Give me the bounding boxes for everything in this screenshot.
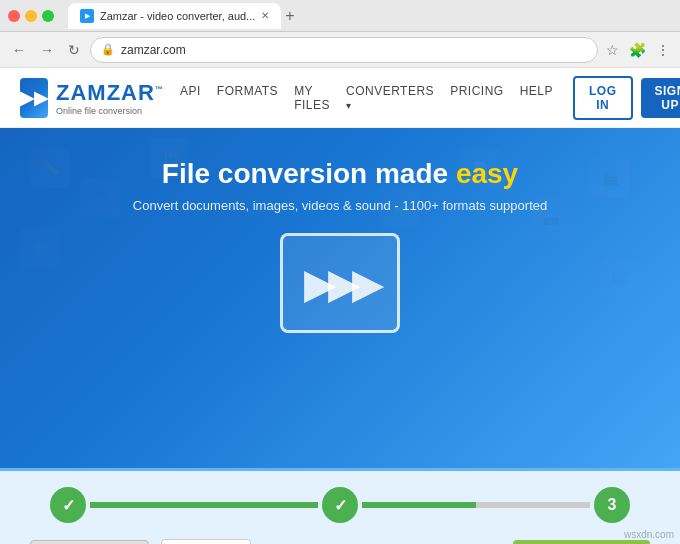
traffic-lights [8, 10, 54, 22]
nav-bar: ← → ↻ 🔒 zamzar.com ☆ 🧩 ⋮ [0, 32, 680, 68]
video-icon-box: ▶▶▶ [280, 233, 400, 333]
nav-links: API FORMATS MY FILES CONVERTERS PRICING … [180, 84, 553, 112]
step-1-circle: ✓ [50, 487, 86, 523]
active-tab[interactable]: Zamzar - video converter, aud... ✕ [68, 3, 281, 29]
add-files-button[interactable]: ⬆ Add Files... [30, 540, 149, 544]
back-button[interactable]: ← [8, 38, 30, 62]
logo-name: ZAMZAR™ [56, 80, 164, 106]
watermark: wsxdn.com [624, 529, 674, 540]
forward-button[interactable]: → [36, 38, 58, 62]
logo-subtitle: Online file conversion [56, 106, 164, 116]
tab-label: Zamzar - video converter, aud... [100, 10, 255, 22]
hero-visual: ▶▶▶ [20, 233, 660, 333]
steps-bar: ✓ ✓ 3 [30, 487, 650, 523]
maximize-button[interactable] [42, 10, 54, 22]
controls-row: ⬆ Add Files... gif mp4 mp3 avi mov jpg p… [30, 539, 650, 544]
tab-favicon [80, 9, 94, 23]
play-arrows-icon: ▶▶▶ [304, 259, 376, 308]
nav-help[interactable]: HELP [520, 84, 553, 112]
format-select[interactable]: gif mp4 mp3 avi mov jpg png pdf [161, 539, 251, 544]
browser-frame: Zamzar - video converter, aud... ✕ + ← →… [0, 0, 680, 544]
website-content: ▶▶ ZAMZAR™ Online file conversion API FO… [0, 68, 680, 544]
conversion-panel: ✓ ✓ 3 ⬆ Add Files... gif mp4 mp3 avi mov [0, 468, 680, 544]
nav-converters[interactable]: CONVERTERS [346, 84, 434, 112]
hero-section: ✏️ 🎵 🖼️ 📁 📄 📷 🎬 ⚙️ 🎼 File conversion mad… [0, 128, 680, 468]
nav-formats[interactable]: FORMATS [217, 84, 278, 112]
logo-icon: ▶▶ [20, 78, 48, 118]
tab-bar: Zamzar - video converter, aud... ✕ + [68, 3, 672, 29]
login-button[interactable]: LOG IN [573, 76, 633, 120]
new-tab-button[interactable]: + [285, 7, 294, 25]
step-3-circle: 3 [594, 487, 630, 523]
refresh-button[interactable]: ↻ [64, 38, 84, 62]
address-bar[interactable]: 🔒 zamzar.com [90, 37, 598, 63]
title-bar: Zamzar - video converter, aud... ✕ + [0, 0, 680, 32]
nav-pricing[interactable]: PRICING [450, 84, 504, 112]
step-line-2 [362, 502, 590, 508]
nav-myfiles[interactable]: MY FILES [294, 84, 330, 112]
menu-icon[interactable]: ⋮ [654, 40, 672, 60]
signup-button[interactable]: SIGN UP [641, 78, 681, 118]
nav-actions: LOG IN SIGN UP [573, 76, 680, 120]
logo-area: ▶▶ ZAMZAR™ Online file conversion [20, 78, 160, 118]
lock-icon: 🔒 [101, 43, 115, 56]
hero-title: File conversion made easy [20, 158, 660, 190]
minimize-button[interactable] [25, 10, 37, 22]
convert-now-button[interactable]: Convert Now [513, 540, 650, 545]
logo-text: ZAMZAR™ Online file conversion [56, 80, 164, 116]
star-icon[interactable]: ☆ [604, 40, 621, 60]
nav-icons: ☆ 🧩 ⋮ [604, 40, 672, 60]
nav-api[interactable]: API [180, 84, 201, 112]
puzzle-icon[interactable]: 🧩 [627, 40, 648, 60]
close-button[interactable] [8, 10, 20, 22]
step-2-circle: ✓ [322, 487, 358, 523]
step-line-1 [90, 502, 318, 508]
tab-close-icon[interactable]: ✕ [261, 10, 269, 21]
url-text: zamzar.com [121, 43, 186, 57]
site-nav: ▶▶ ZAMZAR™ Online file conversion API FO… [0, 68, 680, 128]
hero-subtitle: Convert documents, images, videos & soun… [20, 198, 660, 213]
